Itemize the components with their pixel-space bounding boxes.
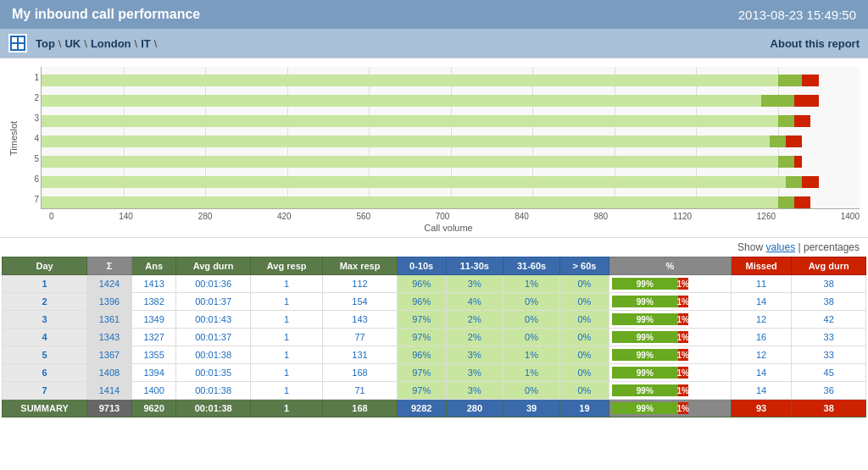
cell-avg-resp: 1 xyxy=(250,275,323,293)
cell-ans: 1382 xyxy=(131,293,176,311)
cell-missed: 16 xyxy=(731,329,792,346)
cell-max-resp: 77 xyxy=(323,329,397,346)
cell-r0: 96% xyxy=(397,293,446,311)
cell-r31: 0% xyxy=(503,311,559,329)
pct-bar-green: 99% xyxy=(612,349,678,361)
cell-pct: 99% 1% xyxy=(609,311,731,329)
y-label-4: 4 xyxy=(27,134,39,143)
summary-row: SUMMARY 9713 9620 00:01:38 1 168 9282 28… xyxy=(3,400,866,417)
cell-r11: 4% xyxy=(446,293,503,311)
cell-avg-d: 45 xyxy=(792,364,866,382)
cell-avg-durn: 00:01:43 xyxy=(176,311,250,329)
cell-ans: 1394 xyxy=(131,364,176,382)
pct-bar-red: 1% xyxy=(678,296,688,307)
values-link[interactable]: values xyxy=(765,241,795,253)
cell-r11: 2% xyxy=(446,329,503,346)
cell-ans: 1400 xyxy=(131,382,176,400)
cell-r0: 97% xyxy=(397,364,446,382)
breadcrumb-bar: Top \ UK \ London \ IT \ About this repo… xyxy=(0,29,868,58)
breadcrumb-london[interactable]: London xyxy=(91,37,131,50)
col-avg-durn2: Avg durn xyxy=(792,257,866,275)
cell-day: 1 xyxy=(3,275,87,293)
cell-ans: 1327 xyxy=(131,329,176,346)
y-label-5: 5 xyxy=(27,154,39,163)
bar-row-4 xyxy=(42,131,860,152)
cell-avg-resp: 1 xyxy=(250,329,323,346)
about-report-link[interactable]: About this report xyxy=(771,37,860,50)
cell-avg-d: 33 xyxy=(792,329,866,346)
x-axis-ticks: 0 140 280 420 560 700 840 980 1120 1260 … xyxy=(49,212,860,221)
y-label-6: 6 xyxy=(27,174,39,184)
cell-rgt: 0% xyxy=(560,293,609,311)
cell-avg-durn: 00:01:37 xyxy=(176,293,250,311)
cell-rgt: 0% xyxy=(560,275,609,293)
col-avg-resp: Avg resp xyxy=(250,257,323,275)
cell-sigma: 1414 xyxy=(87,382,132,400)
cell-sigma: 1343 xyxy=(87,329,132,346)
cell-max-resp: 71 xyxy=(323,382,397,400)
cell-avg-resp: 1 xyxy=(250,382,323,400)
cell-r11: 3% xyxy=(446,382,503,400)
col-11-30: 11-30s xyxy=(446,257,503,275)
breadcrumb-uk[interactable]: UK xyxy=(64,37,81,50)
y-label-1: 1 xyxy=(27,73,39,82)
cell-day: 7 xyxy=(3,382,87,400)
cell-missed: 11 xyxy=(731,275,792,293)
cell-r31: 0% xyxy=(503,382,559,400)
col-avg-durn: Avg durn xyxy=(176,257,250,275)
cell-avg-d: 42 xyxy=(792,311,866,329)
summary-pct-red: 1% xyxy=(678,402,688,414)
col-31-60: 31-60s xyxy=(503,257,559,275)
col-0-10: 0-10s xyxy=(397,257,446,275)
bar-row-6 xyxy=(42,172,860,192)
pct-bar-red: 1% xyxy=(678,367,688,379)
y-axis-label: Timeslot xyxy=(8,67,24,209)
breadcrumb-it[interactable]: IT xyxy=(141,37,151,50)
pct-bar-green: 99% xyxy=(612,296,678,307)
pct-bar-red: 1% xyxy=(678,349,688,361)
cell-day: 2 xyxy=(3,293,87,311)
grid-icon[interactable] xyxy=(8,34,27,53)
chart-bars xyxy=(41,67,860,209)
cell-r0: 97% xyxy=(397,329,446,346)
cell-max-resp: 154 xyxy=(323,293,397,311)
cell-sigma: 1408 xyxy=(87,364,132,382)
svg-rect-0 xyxy=(12,37,17,42)
cell-avg-d: 33 xyxy=(792,346,866,364)
cell-missed: 14 xyxy=(731,382,792,400)
breadcrumb-top[interactable]: Top xyxy=(36,37,55,50)
table-header-row: Day Σ Ans Avg durn Avg resp Max resp 0-1… xyxy=(3,257,866,275)
cell-r0: 96% xyxy=(397,346,446,364)
table-row: 5 1367 1355 00:01:38 1 131 96% 3% 1% 0% … xyxy=(3,346,866,364)
table-row: 7 1414 1400 00:01:38 1 71 97% 3% 0% 0% 9… xyxy=(3,382,866,400)
col-missed: Missed xyxy=(731,257,792,275)
cell-pct: 99% 1% xyxy=(609,293,731,311)
bar-row-3 xyxy=(42,111,860,131)
summary-r31: 39 xyxy=(503,400,559,417)
cell-r31: 0% xyxy=(503,329,559,346)
cell-avg-durn: 00:01:37 xyxy=(176,329,250,346)
svg-rect-1 xyxy=(19,37,24,42)
cell-r11: 3% xyxy=(446,275,503,293)
cell-ans: 1355 xyxy=(131,346,176,364)
pct-bar-green: 99% xyxy=(612,367,678,379)
cell-pct: 99% 1% xyxy=(609,329,731,346)
pct-bar-red: 1% xyxy=(678,384,688,396)
app-header: My inbound call performance 2013-08-23 1… xyxy=(0,0,868,29)
cell-avg-resp: 1 xyxy=(250,293,323,311)
summary-avg-resp: 1 xyxy=(250,400,323,417)
percentages-label: percentages xyxy=(804,241,860,253)
cell-r0: 96% xyxy=(397,275,446,293)
cell-r0: 97% xyxy=(397,382,446,400)
cell-r0: 97% xyxy=(397,311,446,329)
table-row: 1 1424 1413 00:01:36 1 112 96% 3% 1% 0% … xyxy=(3,275,866,293)
y-label-2: 2 xyxy=(27,93,39,102)
cell-avg-durn: 00:01:35 xyxy=(176,364,250,382)
summary-pct: 99% 1% xyxy=(609,400,731,417)
y-label-3: 3 xyxy=(27,113,39,123)
cell-r11: 2% xyxy=(446,311,503,329)
cell-avg-d: 36 xyxy=(792,382,866,400)
col-day: Day xyxy=(3,257,87,275)
bar-row-7 xyxy=(42,192,860,213)
cell-day: 6 xyxy=(3,364,87,382)
